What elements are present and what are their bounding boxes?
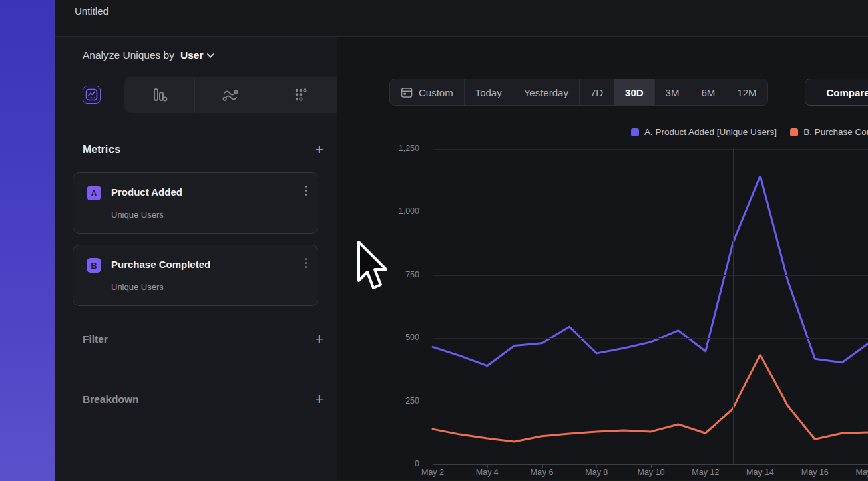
- legend-swatch-b: [790, 128, 798, 136]
- bar-chart-icon: [151, 86, 168, 104]
- flow-chart-icon: [222, 86, 239, 104]
- chevron-down-icon: [207, 53, 214, 58]
- metric-badge-a: A: [87, 186, 101, 200]
- x-tick-mark: [542, 464, 543, 468]
- y-tick-label: 500: [374, 333, 419, 342]
- gridline: [433, 464, 868, 465]
- metric-name: Purchase Completed: [111, 259, 210, 270]
- metric-card-a[interactable]: A Product Added Unique Users: [73, 172, 318, 234]
- analyze-by-label: Analyze Uniques by: [83, 49, 174, 61]
- chart-type-bar[interactable]: [124, 77, 194, 113]
- chart-legend: A. Product Added [Unique Users] B. Purch…: [631, 127, 868, 137]
- x-tick-label: May 4: [464, 468, 511, 477]
- x-tick-mark: [706, 464, 706, 468]
- filter-section-header: Filter +: [83, 333, 324, 345]
- x-tick-label: May 2: [409, 468, 456, 477]
- add-breakdown-button[interactable]: +: [315, 393, 324, 406]
- chart-type-flow[interactable]: [194, 77, 265, 113]
- funnel-dots-icon: [292, 86, 310, 104]
- range-30d[interactable]: 30D: [614, 79, 654, 105]
- y-tick-label: 750: [374, 270, 419, 279]
- range-6m[interactable]: 6M: [690, 79, 726, 105]
- y-tick-label: 250: [374, 396, 419, 406]
- range-custom[interactable]: Custom: [390, 79, 464, 105]
- analyze-by-row: Analyze Uniques by User: [83, 49, 214, 61]
- range-yesterday[interactable]: Yesterday: [513, 79, 579, 105]
- calendar-icon: [401, 86, 413, 98]
- gridline: [433, 402, 868, 402]
- gridline: [433, 149, 868, 150]
- filter-title: Filter: [83, 333, 108, 345]
- gridline: [433, 212, 868, 212]
- metric-card-b[interactable]: B Purchase Completed Unique Users: [73, 245, 318, 306]
- x-tick-mark: [596, 464, 597, 468]
- x-tick-label: May 18: [846, 468, 868, 477]
- gridline: [433, 275, 868, 276]
- x-tick-mark: [815, 464, 815, 468]
- analyze-by-value: User: [180, 49, 203, 61]
- series-line-b: [433, 355, 868, 442]
- metrics-section-header: Metrics +: [83, 144, 324, 156]
- metric-menu-icon[interactable]: [305, 258, 307, 268]
- x-tick-mark: [433, 464, 433, 468]
- range-12m[interactable]: 12M: [726, 79, 767, 105]
- add-filter-button[interactable]: +: [315, 333, 324, 345]
- legend-item-a[interactable]: A. Product Added [Unique Users]: [631, 127, 777, 137]
- background-gradient: [0, 0, 55, 481]
- date-range-group: Custom Today Yesterday 7D 30D 3M 6M 12M: [389, 79, 768, 106]
- chart-type-line-selected[interactable]: [83, 86, 101, 104]
- metric-name: Product Added: [111, 186, 182, 198]
- x-tick-mark: [761, 464, 761, 468]
- x-tick-label: May 14: [737, 468, 784, 477]
- add-metric-button[interactable]: +: [315, 144, 324, 156]
- report-title[interactable]: Untitled: [55, 0, 868, 17]
- metric-subtitle: Unique Users: [111, 210, 164, 220]
- legend-item-b[interactable]: B. Purchase Completed [Unique Users]: [790, 127, 868, 137]
- top-bar: Untitled: [55, 0, 868, 37]
- y-tick-label: 0: [374, 459, 419, 468]
- range-today[interactable]: Today: [464, 79, 513, 105]
- plot-area[interactable]: [433, 149, 868, 464]
- x-tick-mark: [487, 464, 488, 468]
- compare-button[interactable]: Compare: [805, 79, 868, 106]
- metric-badge-b: B: [87, 258, 101, 273]
- query-sidebar: Analyze Uniques by User: [55, 37, 337, 480]
- vertical-gridline: [733, 149, 734, 464]
- chart-type-funnel[interactable]: [266, 77, 337, 113]
- y-tick-label: 1,000: [374, 206, 419, 216]
- metric-menu-icon[interactable]: [305, 186, 307, 196]
- analyze-by-selector[interactable]: User: [180, 49, 214, 61]
- x-tick-mark: [651, 464, 652, 468]
- x-tick-label: May 6: [519, 468, 566, 477]
- metrics-title: Metrics: [83, 144, 120, 156]
- x-tick-label: May 8: [573, 468, 620, 477]
- series-lines: [433, 149, 868, 464]
- range-7d[interactable]: 7D: [579, 79, 614, 105]
- x-tick-label: May 16: [791, 468, 838, 477]
- line-chart-icon: [85, 88, 98, 101]
- app-window: Untitled Analyze Uniques by User: [55, 0, 868, 481]
- metric-subtitle: Unique Users: [111, 282, 164, 292]
- chart-type-tabs: [124, 77, 337, 113]
- x-tick-label: May 12: [682, 468, 729, 477]
- x-tick-label: May 10: [628, 468, 674, 477]
- range-3m[interactable]: 3M: [654, 79, 690, 105]
- breakdown-section-header: Breakdown +: [83, 393, 324, 406]
- legend-swatch-a: [631, 128, 639, 136]
- gridline: [433, 338, 868, 339]
- y-tick-label: 1,250: [374, 144, 419, 153]
- chart-panel: Custom Today Yesterday 7D 30D 3M 6M 12M …: [337, 37, 868, 480]
- breakdown-title: Breakdown: [83, 393, 139, 406]
